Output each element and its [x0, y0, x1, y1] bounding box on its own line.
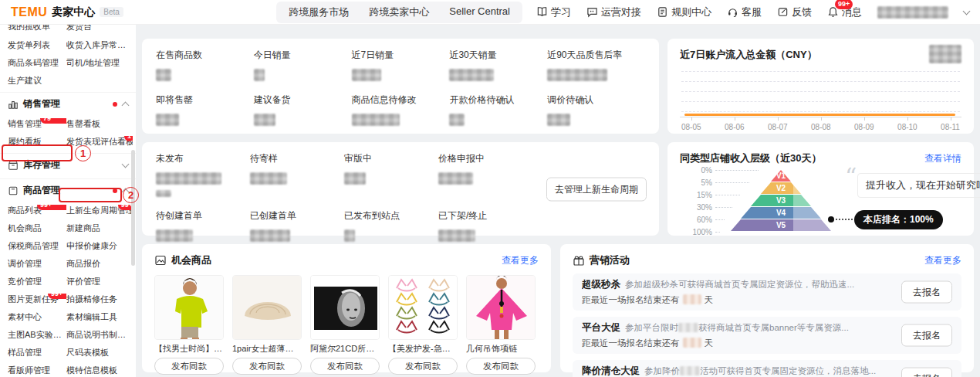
rule-center-menu[interactable]: 规则中心 — [657, 5, 711, 19]
product-card[interactable]: 几何吊饰项链 发布同款 — [466, 275, 536, 375]
activity-title: 平台大促 — [582, 322, 620, 333]
activity-clearance-promo: 降价清仓大促参加降价活动可获得首页专属固定资源位，消息落地... 距最近一场报名… — [573, 360, 961, 377]
operation-contact-menu[interactable]: 运营对接 — [586, 5, 641, 19]
inventory-box-icon — [8, 160, 19, 171]
temu-logo: TEMU — [11, 5, 47, 19]
sidebar-item-opportunity-products[interactable]: 机会商品 — [8, 222, 66, 234]
product-image-adele-21-cd — [310, 275, 380, 340]
sidebar-section-inventory[interactable]: 库存管理 — [0, 153, 136, 176]
opportunity-view-more-link[interactable]: 查看更多 — [502, 254, 539, 267]
collapse-chevron-icon[interactable] — [122, 102, 130, 110]
sidebar-section-product[interactable]: 商品管理 — [0, 178, 136, 202]
nav-seller-central[interactable]: Seller Central — [449, 5, 510, 19]
sidebar-item-review-management[interactable]: 评价管理 — [66, 276, 133, 287]
redacted-value — [156, 229, 193, 242]
account-inflow-card: 近7日账户流入总金额（CNY） 08-0508-0608-0708-0808-0… — [667, 39, 974, 134]
sidebar-item-sample-management[interactable]: 样品管理 — [8, 347, 66, 358]
stat-on-sale-products: 在售商品数 — [156, 49, 254, 81]
sidebar-item-material-editor[interactable]: 素材编辑工具 — [66, 311, 133, 323]
redacted-value — [156, 190, 171, 197]
expand-chevron-icon[interactable] — [122, 160, 130, 168]
marketing-view-more-link[interactable]: 查看更多 — [924, 254, 961, 267]
sidebar-item-product-list[interactable]: 商品列表99+ — [8, 205, 66, 216]
sidebar-item-pattern-maker-management[interactable]: 看版师管理 — [8, 365, 66, 376]
sidebar-item-barcode-management[interactable]: 商品条码管理 — [8, 57, 66, 69]
publish-same-product-button[interactable]: 发布同款 — [310, 358, 380, 375]
sidebar-item-shipping-order-list[interactable]: 发货单列表 — [8, 39, 66, 51]
redacted-days — [683, 294, 701, 304]
manage-lifecycle-button[interactable]: 去管理上新生命周期 — [546, 177, 647, 201]
redacted-value — [449, 69, 494, 81]
signup-button[interactable]: 去报名 — [901, 281, 952, 304]
sidebar-section-sales[interactable]: 销售管理 — [0, 92, 136, 115]
document-icon — [657, 6, 668, 18]
opportunity-title: 机会商品 — [171, 253, 211, 267]
sidebar-item-manual-builder[interactable]: 商品说明书制作... — [66, 329, 133, 341]
sidebar-item-bidding-management[interactable]: 竞价管理 — [8, 276, 66, 287]
sidebar-item-material-center[interactable]: 素材中心 — [8, 311, 66, 323]
sidebar-item-main-image-ab-test[interactable]: 主图AB实验平台 — [8, 329, 66, 341]
customer-service-menu[interactable]: 客服 — [727, 5, 762, 19]
signup-button[interactable]: 去报名 — [901, 368, 952, 377]
activity-desc: 参加降价 — [644, 366, 680, 375]
nav-cross-border-service-market[interactable]: 跨境服务市场 — [289, 5, 349, 19]
headset-icon — [727, 6, 738, 18]
sidebar-item-my-pickup-orders[interactable]: 我的揽收单 — [8, 25, 66, 32]
messages-count-badge: 99+ — [835, 0, 853, 9]
account-inflow-chart: 08-0508-0608-0708-0808-0908-1008-11 — [680, 68, 961, 125]
product-card[interactable]: 【美发护发-急招】1... 发布同款 — [388, 275, 458, 375]
sidebar-item-photo-retouch-tasks[interactable]: 拍摄精修任务 — [66, 294, 133, 305]
learn-menu[interactable]: 学习 — [536, 5, 571, 19]
x-axis-tick: 08-07 — [768, 119, 788, 131]
sales-management-badge: 79 — [40, 118, 66, 124]
product-card[interactable]: 【找男士时尚】Fruit... 发布同款 — [154, 275, 224, 375]
sidebar-item-bonded-product-management[interactable]: 保税商品管理 — [8, 240, 66, 252]
sidebar-item-shipping-performance-board[interactable]: 发货表现评估看板1 — [66, 136, 133, 148]
view-details-link[interactable]: 查看详情 — [924, 152, 961, 165]
feedback-label: 反馈 — [792, 5, 812, 19]
learn-label: 学习 — [551, 5, 571, 19]
nav-cross-border-seller-center[interactable]: 跨境卖家中心 — [369, 5, 429, 19]
sidebar-item-production-suggestion[interactable]: 生产建议 — [8, 75, 66, 87]
collapse-chevron-icon[interactable] — [122, 188, 130, 196]
sidebar-item-driver-address-management[interactable]: 司机/地址管理 — [66, 57, 133, 69]
sidebar-item-receiving-anomaly-board[interactable]: 收货入库异常看板 — [66, 39, 133, 51]
sidebar-scrollbar[interactable] — [131, 150, 135, 266]
feedback-menu[interactable]: 反馈 — [777, 5, 812, 19]
stat-unpublished: 未发布 — [156, 152, 250, 199]
sidebar-item-sales-management[interactable]: 销售管理79 — [8, 118, 66, 130]
sidebar-item-product-quotation[interactable]: 商品报价 — [66, 258, 133, 270]
red-dot-indicator — [113, 188, 117, 193]
publish-same-product-button[interactable]: 发布同款 — [154, 358, 224, 375]
sidebar-item-size-chart-template[interactable]: 尺码表模板 — [66, 347, 133, 358]
avatar[interactable] — [877, 6, 948, 19]
chevron-down-icon[interactable] — [963, 7, 971, 15]
pyramid-tier-v3: V3 — [731, 195, 831, 206]
image-update-badge: 99+ — [48, 294, 66, 299]
messages-menu[interactable]: 消息 99+ — [827, 5, 862, 19]
sidebar-item-declared-price-health[interactable]: 申报价健康分 — [66, 240, 133, 252]
gift-icon — [573, 254, 585, 267]
sidebar-item-fulfillment-board[interactable]: 履约看板 — [8, 136, 66, 148]
x-axis-tick: 08-05 — [681, 119, 701, 131]
publish-same-product-button[interactable]: 发布同款 — [388, 358, 458, 375]
redacted-value — [250, 229, 290, 242]
publish-same-product-button[interactable]: 发布同款 — [466, 358, 536, 375]
product-image-pink-dress-necklace — [466, 275, 536, 340]
sidebar-item-soldout-board[interactable]: 售罄看板 — [66, 118, 133, 130]
marketing-title: 营销活动 — [590, 253, 630, 267]
page-title: 卖家中心 — [52, 5, 95, 19]
product-card[interactable]: 1pair女士超薄透气... 发布同款 — [232, 275, 302, 375]
sidebar-item-shipping-desk[interactable]: 发货台 — [66, 25, 133, 32]
product-list-badge: 99+ — [37, 205, 66, 210]
signup-button[interactable]: 去报名 — [901, 324, 952, 347]
sidebar-item-price-adjustment[interactable]: 调价管理 — [8, 258, 66, 270]
publish-same-product-button[interactable]: 发布同款 — [232, 358, 302, 375]
store-rank-badge: 本店排名：100% — [854, 210, 943, 229]
activity-flash-sale: 超级秒杀参加超级秒杀可获得商城首页专属固定资源位，帮助迅速... 距最近一场报名… — [573, 273, 961, 311]
sidebar-item-create-new-product[interactable]: 新建商品 — [66, 222, 133, 234]
sidebar-item-new-lifecycle-management[interactable]: 上新生命周期管理99+ — [66, 205, 133, 216]
product-card[interactable]: 阿黛尔21CD所有格... 发布同款 — [310, 275, 380, 375]
sidebar-item-model-info-template[interactable]: 模特信息模板 — [66, 365, 133, 376]
sidebar-item-image-update-tasks[interactable]: 图片更新任务99+ — [8, 294, 66, 305]
